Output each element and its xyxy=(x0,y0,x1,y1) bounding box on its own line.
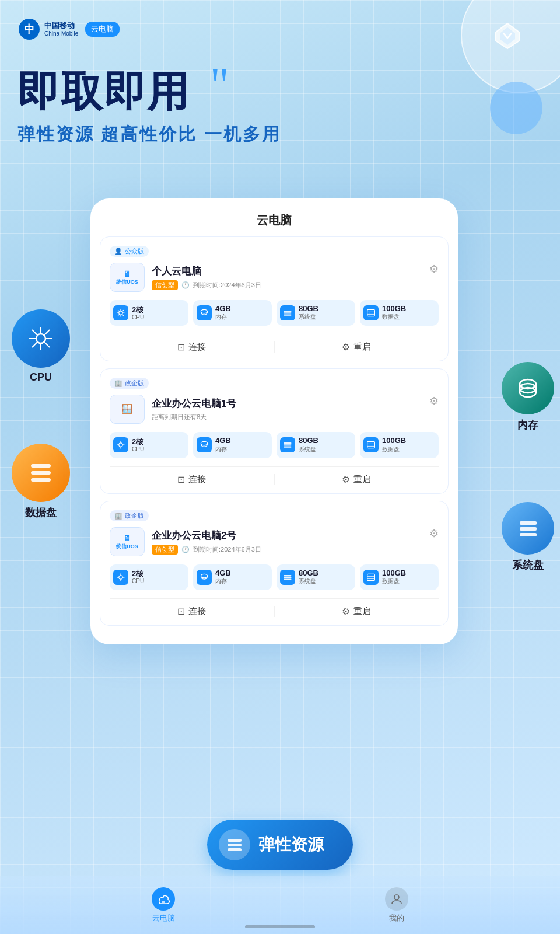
logo-text: 中国移动 China Mobile xyxy=(44,22,78,36)
specs-row-1: 2核 CPU 4GB 内存 80GB 系统盘 xyxy=(110,300,439,326)
phone-title: 云电脑 xyxy=(90,198,458,236)
connect-btn-3[interactable]: ⊡ 连接 xyxy=(110,606,275,617)
spec-sys-label-1: 系统盘 xyxy=(299,313,318,321)
sysdisk-circle xyxy=(502,502,554,555)
svg-rect-48 xyxy=(284,445,292,446)
spec-mem-text-1: 4GB 内存 xyxy=(215,305,231,321)
specs-row-3: 2核 CPU 4GB 内存 80GB 系统盘 xyxy=(110,564,439,590)
specs-row-2: 2核 CPU 4GB 内存 80GB 系统盘 xyxy=(110,432,439,458)
svg-rect-60 xyxy=(284,577,292,578)
svg-rect-14 xyxy=(31,471,51,475)
spec-mem-label-1: 内存 xyxy=(215,313,231,321)
spec-data-text-3: 100GB 数据盘 xyxy=(382,569,406,586)
restart-label-1: 重启 xyxy=(354,341,371,353)
spec-data-value-2: 100GB xyxy=(382,437,406,445)
gear-icon-3[interactable]: ⚙ xyxy=(429,527,439,540)
clock-icon-1: 🕐 xyxy=(181,281,190,289)
spec-sys-value-1: 80GB xyxy=(299,305,318,313)
svg-rect-50 xyxy=(368,442,375,448)
connect-btn-1[interactable]: ⊡ 连接 xyxy=(110,341,275,353)
mine-tab-label: 我的 xyxy=(389,913,404,923)
card-top-3: 🖥 统信UOS 企业办公云电脑2号 信创型 🕐 到期时间:2024年6月3日 ⚙ xyxy=(110,527,439,556)
card-actions-1: ⊡ 连接 ⚙ 重启 xyxy=(110,334,439,353)
svg-rect-67 xyxy=(228,848,242,851)
version-badge-3: 🏢 政企版 xyxy=(110,510,149,521)
connect-label-3: 连接 xyxy=(188,606,206,617)
pc-icon-2: 🪟 xyxy=(110,395,145,424)
svg-rect-37 xyxy=(368,310,375,316)
spec-sys-text-2: 80GB 系统盘 xyxy=(299,437,318,453)
version-badge-1: 👤 公众版 xyxy=(110,246,149,257)
spec-mem-label-2: 内存 xyxy=(215,445,231,454)
svg-point-46 xyxy=(201,442,207,445)
card-info-1: 🖥 统信UOS 个人云电脑 信创型 🕐 到期时间:2024年6月3日 xyxy=(110,263,261,292)
spec-cpu-icon-1 xyxy=(113,305,128,320)
home-indicator xyxy=(245,925,315,928)
pc-card-1: 👤 公众版 🖥 统信UOS 个人云电脑 信创型 🕐 到期时间:2024年6月3日 xyxy=(100,236,449,361)
quote-mark: " xyxy=(210,58,229,111)
xinchuang-badge-3: 信创型 xyxy=(152,545,178,555)
elastic-resources-btn[interactable]: 弹性资源 xyxy=(207,820,353,870)
svg-line-9 xyxy=(32,330,37,335)
header: 中 中国移动 China Mobile 云电脑 xyxy=(18,18,120,41)
spec-mem-3: 4GB 内存 xyxy=(193,564,272,590)
spec-cpu-3: 2核 CPU xyxy=(110,564,188,590)
version-badge-2: 🏢 政企版 xyxy=(110,378,149,389)
card-actions-3: ⊡ 连接 ⚙ 重启 xyxy=(110,598,439,617)
svg-rect-36 xyxy=(284,315,292,316)
float-icon-memory: 内存 xyxy=(502,362,554,432)
restart-btn-3[interactable]: ⚙ 重启 xyxy=(275,606,439,617)
svg-rect-21 xyxy=(520,521,537,525)
svg-line-30 xyxy=(122,315,123,316)
spec-data-2: 100GB 数据盘 xyxy=(360,432,439,458)
datadisk-label: 数据盘 xyxy=(25,506,57,520)
spec-cpu-label-2: CPU xyxy=(132,446,144,452)
connect-btn-2[interactable]: ⊡ 连接 xyxy=(110,474,275,485)
svg-point-24 xyxy=(119,311,123,315)
svg-rect-62 xyxy=(368,574,375,580)
spec-cpu-icon-2 xyxy=(113,437,128,452)
gear-icon-2[interactable]: ⚙ xyxy=(429,395,439,407)
expiry-1: 到期时间:2024年6月3日 xyxy=(193,281,261,290)
svg-rect-47 xyxy=(284,442,292,444)
pc-card-2: 🏢 政企版 🪟 企业办公云电脑1号 距离到期日还有8天 ⚙ xyxy=(100,368,449,493)
logo-en: China Mobile xyxy=(44,30,78,37)
restart-label-2: 重启 xyxy=(354,474,371,485)
spec-mem-icon-3 xyxy=(197,570,212,585)
pc-card-3: 🏢 政企版 🖥 统信UOS 企业办公云电脑2号 信创型 🕐 到期时间:2024年… xyxy=(100,501,449,626)
svg-rect-68 xyxy=(162,901,165,903)
spec-sys-text-1: 80GB 系统盘 xyxy=(299,305,318,321)
svg-rect-35 xyxy=(284,312,292,313)
svg-rect-65 xyxy=(228,839,242,842)
svg-rect-49 xyxy=(284,447,292,448)
mine-tab-icon xyxy=(385,887,408,911)
deco-diamond xyxy=(490,18,525,53)
spec-sys-icon-1 xyxy=(280,305,295,320)
clock-icon-3: 🕐 xyxy=(181,546,190,553)
gear-icon-1[interactable]: ⚙ xyxy=(429,263,439,276)
spec-cpu-value-1: 2核 xyxy=(132,306,144,314)
svg-rect-22 xyxy=(520,527,537,531)
spec-data-label-2: 数据盘 xyxy=(382,445,406,454)
restart-btn-1[interactable]: ⚙ 重启 xyxy=(275,341,439,353)
pc-name-3: 企业办公云电脑2号 xyxy=(152,529,261,542)
tab-mine[interactable]: 我的 xyxy=(385,887,408,923)
restart-icon-3: ⚙ xyxy=(342,606,350,617)
spec-sys-label-2: 系统盘 xyxy=(299,445,318,454)
logo-cn: 中国移动 xyxy=(44,22,78,30)
spec-mem-icon-2 xyxy=(197,437,212,452)
card-actions-2: ⊡ 连接 ⚙ 重启 xyxy=(110,466,439,485)
memory-circle xyxy=(502,362,554,414)
pc-meta-1: 信创型 🕐 到期时间:2024年6月3日 xyxy=(152,280,261,290)
expiry-2: 距离到期日还有8天 xyxy=(152,413,206,421)
spec-sys-3: 80GB 系统盘 xyxy=(276,564,355,590)
spec-data-icon-3 xyxy=(363,570,379,585)
spec-mem-text-2: 4GB 内存 xyxy=(215,437,231,453)
spec-mem-label-3: 内存 xyxy=(215,577,231,586)
elastic-btn-label: 弹性资源 xyxy=(258,834,324,856)
svg-point-53 xyxy=(119,576,123,579)
restart-btn-2[interactable]: ⚙ 重启 xyxy=(275,474,439,485)
spec-data-value-3: 100GB xyxy=(382,569,406,577)
pc-icon-3: 🖥 统信UOS xyxy=(110,527,145,556)
tab-cloud-pc[interactable]: 云电脑 xyxy=(152,887,175,923)
